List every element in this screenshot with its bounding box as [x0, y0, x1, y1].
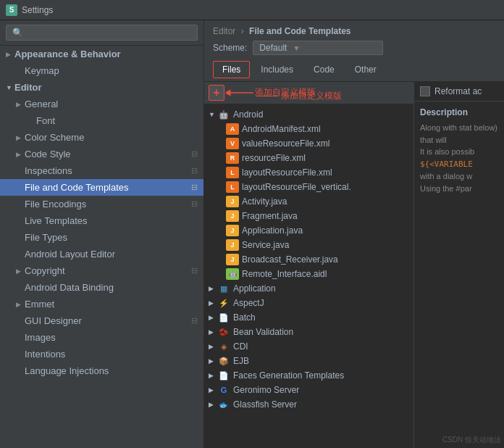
ejb-icon: 📦 — [217, 355, 230, 367]
sidebar-item-copyright[interactable]: ▶ Copyright ⊟ — [0, 262, 203, 279]
sidebar-item-file-types[interactable]: File Types — [0, 229, 203, 246]
arrow-icon — [16, 334, 25, 341]
sidebar-item-code-style[interactable]: ▶ Code Style ⊟ — [0, 146, 203, 162]
sidebar-item-inspections[interactable]: Inspections ⊟ — [0, 162, 203, 179]
tree-item-glassfish[interactable]: ▶ 🐟 Glassfish Server — [204, 397, 413, 412]
java-icon: J — [226, 239, 239, 251]
scheme-dropdown[interactable]: Default ▼ — [253, 41, 383, 55]
spacer — [217, 256, 226, 263]
tab-files[interactable]: Files — [213, 61, 250, 78]
tree-item-application-folder[interactable]: ▶ ▦ Application — [204, 281, 413, 296]
add-template-button[interactable]: + — [209, 85, 224, 101]
tree-item-application-java[interactable]: J Application.java — [204, 223, 413, 238]
tree-item-layoutresource[interactable]: L layoutResourceFile.xml — [204, 165, 413, 180]
android-icon: 🤖 — [217, 109, 230, 120]
tab-other[interactable]: Other — [345, 61, 386, 78]
sidebar-item-android-layout-editor[interactable]: Android Layout Editor — [0, 246, 203, 262]
sidebar-item-intentions[interactable]: Intentions — [0, 346, 203, 362]
tree-item-label: Fragment.java — [242, 211, 409, 221]
sidebar-item-emmet[interactable]: ▶ Emmet — [0, 296, 203, 312]
breadcrumb-part1: Editor — [213, 26, 235, 36]
sidebar-item-label: Editor — [14, 82, 42, 93]
sidebar-item-gui-designer[interactable]: GUI Designer ⊟ — [0, 312, 203, 329]
arrow-icon — [16, 201, 25, 208]
sidebar-item-label: Language Injections — [25, 365, 109, 376]
sidebar-item-font[interactable]: Font — [0, 112, 203, 129]
arrow-icon — [16, 217, 25, 225]
tree-item-faces[interactable]: ▶ 📄 Faces Generation Templates — [204, 368, 413, 383]
sidebar-item-label: Live Templates — [25, 215, 87, 226]
tab-includes[interactable]: Includes — [251, 61, 303, 78]
description-panel: Description Along with stat below) that … — [414, 101, 504, 432]
main-container: ▶ Appearance & Behavior Keymap ▼ Editor … — [0, 20, 504, 448]
spacer — [217, 140, 226, 147]
arrow-icon — [16, 67, 25, 75]
tree-item-service[interactable]: J Service.java — [204, 238, 413, 252]
sidebar-item-label: GUI Designer — [25, 315, 82, 326]
sidebar-item-label: General — [25, 99, 58, 109]
tree-item-ejb[interactable]: ▶ 📦 EJB — [204, 354, 413, 368]
search-input[interactable] — [6, 25, 198, 41]
spacer — [217, 212, 226, 220]
tab-includes-label: Includes — [261, 65, 293, 75]
tree-item-layoutresource-v[interactable]: L layoutResourceFile_vertical. — [204, 180, 413, 194]
tree-item-bean-validation[interactable]: ▶ 🫘 Bean Validation — [204, 325, 413, 339]
sidebar-item-label: File and Code Templates — [25, 182, 129, 193]
tree-item-label: Batch — [233, 312, 409, 323]
breadcrumb-current: File and Code Templates — [249, 26, 350, 36]
arrow-icon: ▶ — [16, 151, 25, 158]
reformat-checkbox[interactable] — [420, 86, 430, 96]
spacer — [217, 169, 226, 176]
copy-icon: ⊟ — [191, 199, 198, 209]
tree-item-android[interactable]: ▼ 🤖 Android — [204, 107, 413, 122]
tree-item-label: resourceFile.xml — [242, 153, 409, 163]
tab-other-label: Other — [355, 65, 377, 75]
tree-item-activity[interactable]: J Activity.java — [204, 194, 413, 209]
tree-item-label: Glassfish Server — [233, 399, 409, 410]
description-text: Along with stat below) that will It is a… — [420, 122, 498, 194]
tree-item-resourcefile[interactable]: R resourceFile.xml — [204, 151, 413, 165]
sidebar-item-keymap[interactable]: Keymap — [0, 62, 203, 79]
spacer — [217, 227, 226, 234]
sidebar-item-file-and-code-templates[interactable]: File and Code Templates ⊟ — [0, 179, 203, 196]
app-icon: S — [6, 4, 17, 16]
arrow-icon: ▶ — [6, 51, 14, 58]
tree-item-valueresource[interactable]: V valueResourceFile.xml — [204, 136, 413, 151]
sidebar-item-appearance[interactable]: ▶ Appearance & Behavior — [0, 46, 203, 62]
tree-item-remote-interface[interactable]: 🤖 Remote_Interface.aidl — [204, 267, 413, 281]
sidebar-item-label: Images — [25, 332, 56, 343]
tree-item-aspectj[interactable]: ▶ ⚡ AspectJ — [204, 296, 413, 310]
app-folder-icon: ▦ — [217, 283, 230, 294]
arrow-icon — [16, 351, 25, 358]
annotation-text: 添加自定义模版 — [255, 86, 316, 99]
sidebar-item-images[interactable]: Images — [0, 329, 203, 346]
expand-icon: ▶ — [209, 343, 217, 350]
tree-item-broadcast-receiver[interactable]: J Broadcast_Receiver.java — [204, 252, 413, 267]
sidebar-item-live-templates[interactable]: Live Templates — [0, 212, 203, 229]
tab-files-label: Files — [222, 65, 240, 75]
tree-item-fragment[interactable]: J Fragment.java — [204, 209, 413, 223]
tree-item-geronimo[interactable]: ▶ G Geronimo Server — [204, 383, 413, 397]
sidebar-item-color-scheme[interactable]: ▶ Color Scheme — [0, 129, 203, 146]
tree-item-label: Application.java — [242, 225, 409, 236]
expand-icon: ▶ — [209, 285, 217, 292]
watermark: CSDN 惊天动地法 — [414, 432, 504, 448]
search-box[interactable] — [0, 20, 203, 46]
xml-icon: V — [226, 138, 239, 149]
arrow-icon — [16, 167, 25, 175]
tree-toolbar: + 添加自定义模版 添加自定义模版 — [204, 82, 413, 104]
tab-code[interactable]: Code — [304, 61, 344, 78]
tree-item-batch[interactable]: ▶ 📄 Batch — [204, 310, 413, 325]
expand-icon: ▶ — [209, 401, 217, 408]
tree-item-cdi[interactable]: ▶ ◈ CDI — [204, 339, 413, 354]
chevron-down-icon: ▼ — [293, 44, 300, 52]
sidebar: ▶ Appearance & Behavior Keymap ▼ Editor … — [0, 20, 204, 448]
sidebar-item-android-data-binding[interactable]: Android Data Binding — [0, 279, 203, 296]
tree-item-androidmanifest[interactable]: A AndroidManifest.xml — [204, 122, 413, 136]
sidebar-item-file-encodings[interactable]: File Encodings ⊟ — [0, 196, 203, 212]
sidebar-item-editor[interactable]: ▼ Editor — [0, 79, 203, 96]
sidebar-item-general[interactable]: ▶ General — [0, 96, 203, 112]
titlebar-title: Settings — [22, 5, 53, 15]
bean-icon: 🫘 — [217, 326, 230, 338]
sidebar-item-language-injections[interactable]: Language Injections — [0, 362, 203, 379]
